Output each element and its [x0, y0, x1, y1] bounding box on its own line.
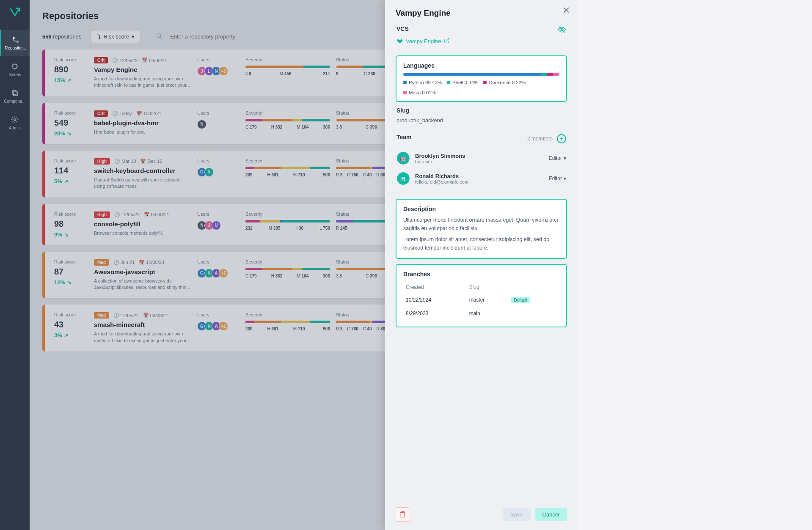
svg-point-5 — [14, 119, 16, 121]
sidebar: Repositor...IssuesCompone...Admin — [0, 0, 30, 530]
svg-point-0 — [13, 37, 14, 38]
trend-icon: ↘ — [64, 231, 69, 238]
vcs-label: VCS — [396, 25, 409, 32]
bug-icon — [11, 62, 19, 71]
avatar: +2 — [219, 321, 228, 331]
chevron-down-icon: ▾ — [564, 155, 566, 161]
nav-layers[interactable]: Compone... — [0, 83, 30, 110]
gitlab-icon — [396, 37, 403, 45]
avatar: +2 — [219, 269, 228, 278]
svg-point-1 — [17, 41, 18, 42]
team-member: RRonald Richardsfelicia.reid@example.com… — [396, 168, 566, 189]
layers-icon — [11, 89, 19, 97]
svg-point-6 — [157, 33, 161, 37]
avatar: U — [212, 221, 221, 230]
vcs-link[interactable]: Vampy Engine — [396, 37, 566, 45]
repo-icon — [11, 36, 20, 44]
svg-rect-3 — [12, 91, 16, 94]
trend-icon: ↘ — [67, 279, 72, 286]
nav-gear[interactable]: Admin — [0, 110, 30, 136]
avatar: 🤖 — [396, 151, 410, 165]
clock-icon: 🕐 — [112, 111, 118, 116]
nav-bug[interactable]: Issues — [0, 56, 30, 83]
clock-icon: 🕐 — [114, 159, 120, 164]
slug-value: product/k_backend — [396, 117, 566, 124]
trend-icon: ↗ — [67, 77, 72, 83]
logo — [8, 6, 21, 19]
branch-row: 10/22/2024masterDefault — [404, 294, 559, 306]
clock-icon: 🕐 — [113, 313, 119, 318]
calendar-icon: 📅 — [139, 260, 145, 265]
branch-row: 8/29/2023main — [404, 307, 559, 320]
detail-drawer: ✕ Vampy Engine VCS Vampy Engine Languag — [385, 0, 578, 530]
calendar-icon: 📅 — [143, 313, 149, 318]
default-tag: Default — [511, 297, 531, 303]
avatar: K — [204, 168, 214, 177]
cancel-button[interactable]: Cancel — [535, 508, 567, 521]
role-select[interactable]: Editor ▾ — [549, 155, 566, 161]
add-member-button[interactable]: + — [557, 134, 566, 143]
calendar-icon: 📅 — [140, 159, 146, 164]
close-icon[interactable]: ✕ — [562, 5, 570, 16]
trend-icon: ↗ — [64, 178, 69, 184]
delete-button[interactable] — [396, 507, 410, 522]
avatar: +5 — [219, 66, 228, 76]
sort-icon: ⇅ — [96, 33, 101, 40]
calendar-icon: 📅 — [144, 212, 150, 217]
avatar: R — [396, 172, 410, 185]
lang-legend-item: Python 99.43% — [403, 80, 442, 85]
chevron-down-icon: ▾ — [564, 176, 566, 181]
lang-legend-item: Mako 0.01% — [403, 90, 436, 95]
avatar: N — [197, 120, 206, 129]
clock-icon: 🕐 — [112, 58, 118, 63]
team-member: 🤖Brooklyn Simmonsbot-userEditor ▾ — [396, 148, 566, 168]
clock-icon: 🕐 — [114, 212, 120, 217]
svg-rect-4 — [14, 92, 17, 96]
branches-panel: Branches Created Slug 10/22/2024masterDe… — [396, 264, 567, 327]
calendar-icon: 📅 — [136, 111, 142, 116]
description-panel: Description Ullamcorper morbi tincidunt … — [396, 199, 567, 259]
calendar-icon: 📅 — [142, 58, 148, 63]
languages-panel: Languages Python 99.43%Shell 0.34%Docker… — [396, 55, 567, 102]
role-select[interactable]: Editor ▾ — [549, 176, 566, 181]
save-button[interactable]: Save — [503, 508, 531, 521]
slug-label: Slug — [396, 107, 566, 114]
drawer-title: Vampy Engine — [396, 8, 567, 18]
eye-off-icon[interactable] — [558, 25, 566, 36]
svg-line-7 — [160, 37, 162, 38]
nav-repo[interactable]: Repositor... — [0, 30, 30, 56]
team-label: Team — [396, 134, 412, 140]
trend-icon: ↘ — [67, 130, 72, 137]
lang-legend-item: Dockerfile 0.22% — [483, 80, 526, 85]
trend-icon: ↗ — [64, 332, 69, 338]
lang-legend-item: Shell 0.34% — [447, 80, 478, 85]
svg-point-2 — [13, 64, 17, 69]
search-icon — [156, 33, 162, 41]
repo-count: 556 repositories — [42, 33, 82, 40]
external-link-icon — [444, 38, 450, 45]
chevron-down-icon: ▾ — [132, 33, 135, 40]
clock-icon: 🕐 — [113, 260, 119, 265]
sort-dropdown[interactable]: ⇅ Risk score ▾ — [90, 30, 141, 43]
gear-icon — [11, 115, 19, 124]
